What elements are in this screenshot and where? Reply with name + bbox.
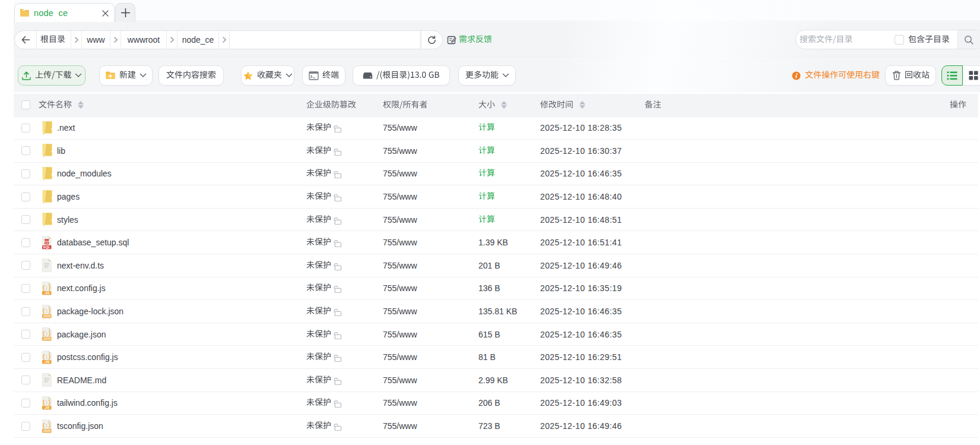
svg-text:{:}: {:} (42, 308, 51, 313)
svg-text:{:}: {:} (42, 399, 51, 405)
svg-text:{:}: {:} (42, 331, 51, 336)
svg-text:{:}: {:} (42, 285, 51, 290)
svg-text:SQL: SQL (43, 245, 50, 249)
svg-text:JSON: JSON (43, 315, 50, 318)
svg-text:{:}: {:} (42, 354, 51, 359)
svg-text:.JS: .JS (44, 405, 49, 409)
svg-text:{:}: {:} (42, 422, 51, 428)
svg-text:.JS: .JS (44, 359, 49, 364)
svg-text:JSON: JSON (43, 430, 50, 433)
svg-text:JSON: JSON (43, 337, 50, 340)
svg-text:.JS: .JS (44, 291, 49, 295)
